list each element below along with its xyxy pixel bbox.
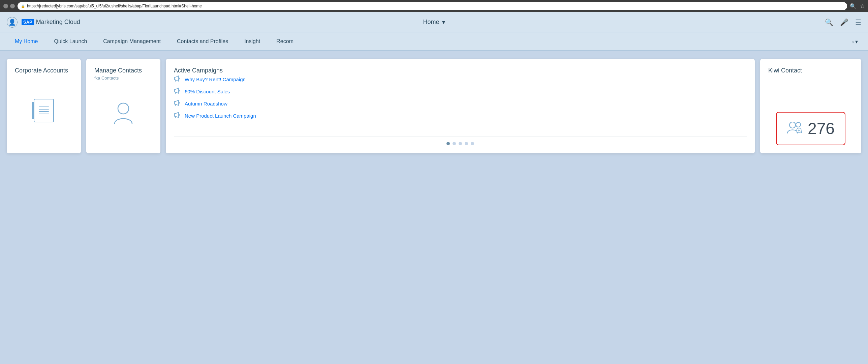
corporate-accounts-title: Corporate Accounts [15,67,73,74]
campaign-link-3[interactable]: Autumn Roadshow [185,101,227,107]
tab-campaign-management[interactable]: Campaign Management [95,32,169,51]
shell-header: 👤 SAP Marketing Cloud Home ▾ 🔍 🎤 ☰ [0,12,868,32]
mic-icon[interactable]: 🎤 [840,18,848,26]
campaign-link-2[interactable]: 60% Discount Sales [185,89,230,94]
active-campaigns-card[interactable]: Active Campaigns Why Buy? Rent! Campaign [166,59,755,153]
home-nav[interactable]: Home ▾ [423,19,445,26]
campaign-link-1[interactable]: Why Buy? Rent! Campaign [185,77,246,82]
tab-recom[interactable]: Recom [268,32,302,51]
tab-my-home[interactable]: My Home [7,32,46,51]
campaign-item-3[interactable]: Autumn Roadshow [174,100,747,107]
corporate-accounts-card[interactable]: Corporate Accounts [7,59,81,153]
kiwi-contact-icon-area: 276 [768,75,853,145]
manage-contacts-card[interactable]: Manage Contacts fka Contacts [86,59,160,153]
pagination-dot-1[interactable] [446,142,450,145]
notebook-icon [34,99,54,122]
cards-row: Corporate Accounts Manage Contacts fka C… [7,59,861,153]
sap-logo[interactable]: SAP Marketing Cloud [22,19,80,26]
svg-point-0 [118,103,129,114]
app-title: Marketing Cloud [36,19,80,26]
lock-icon: 🔒 [21,4,25,8]
main-content: Corporate Accounts Manage Contacts fka C… [0,51,868,362]
user-icon-symbol: 👤 [8,19,16,26]
pagination-dot-3[interactable] [459,142,462,145]
chevron-right-icon: › [852,39,854,45]
kiwi-contact-title: Kiwi Contact [768,67,853,74]
svg-point-2 [796,122,801,127]
home-dropdown-icon[interactable]: ▾ [442,19,445,26]
megaphone-icon-4 [174,112,181,119]
campaign-link-4[interactable]: New Product Launch Campaign [185,113,256,119]
kiwi-contact-card[interactable]: Kiwi Contact 276 [760,59,861,153]
manage-contacts-icon-area [94,86,152,145]
browser-toolbar: 🔍 ☆ [850,3,865,9]
campaign-list: Why Buy? Rent! Campaign 60% Discount Sal… [174,75,747,131]
manage-contacts-subtitle: fka Contacts [94,75,152,81]
notebook-line-2 [39,109,49,110]
svg-point-1 [789,122,796,128]
tab-contacts-profiles[interactable]: Contacts and Profiles [169,32,236,51]
campaign-item-2[interactable]: 60% Discount Sales [174,88,747,95]
header-right: 🔍 🎤 ☰ [825,18,861,26]
pagination-dots [174,136,747,145]
browser-controls[interactable] [3,4,15,8]
manage-contacts-title: Manage Contacts [94,67,152,74]
campaign-item-1[interactable]: Why Buy? Rent! Campaign [174,75,747,83]
corporate-accounts-icon-area [15,75,73,145]
notebook-line-3 [39,111,49,112]
megaphone-icon-3 [174,100,181,107]
address-bar[interactable]: 🔒 https://[redacted]ybris.com/sap/bc/ui5… [18,2,847,10]
tab-insight[interactable]: Insight [236,32,268,51]
sap-logo-box: SAP [22,19,34,25]
notebook-lines [36,104,52,117]
kiwi-contact-people-icon [787,120,802,137]
user-avatar[interactable]: 👤 [7,17,18,28]
url-text: https://[redacted]ybris.com/sap/bc/ui5_u… [27,4,202,8]
search-icon[interactable]: 🔍 [825,18,833,26]
header-left: 👤 SAP Marketing Cloud [7,17,80,28]
menu-icon[interactable]: ☰ [855,18,861,26]
pagination-dot-5[interactable] [471,142,474,145]
browser-search-icon[interactable]: 🔍 [850,3,857,9]
notebook-line-4 [39,114,49,114]
person-icon [113,102,133,129]
megaphone-icon-1 [174,75,181,83]
campaign-item-4[interactable]: New Product Launch Campaign [174,112,747,119]
reload-button[interactable] [10,4,15,8]
pagination-dot-2[interactable] [453,142,456,145]
tabs-more[interactable]: › ▾ [849,32,861,50]
kiwi-number-box: 276 [776,112,845,145]
nav-tabs: My Home Quick Launch Campaign Management… [0,32,868,51]
home-label: Home [423,19,439,26]
back-button[interactable] [3,4,8,8]
megaphone-icon-2 [174,88,181,95]
notebook-line-1 [39,107,49,107]
tab-quick-launch[interactable]: Quick Launch [46,32,95,51]
browser-bookmark-icon[interactable]: ☆ [860,3,865,9]
kiwi-contact-count: 276 [808,119,835,138]
chevron-down-icon: ▾ [855,38,858,45]
pagination-dot-4[interactable] [465,142,468,145]
browser-chrome: 🔒 https://[redacted]ybris.com/sap/bc/ui5… [0,0,868,12]
active-campaigns-title: Active Campaigns [174,67,747,74]
